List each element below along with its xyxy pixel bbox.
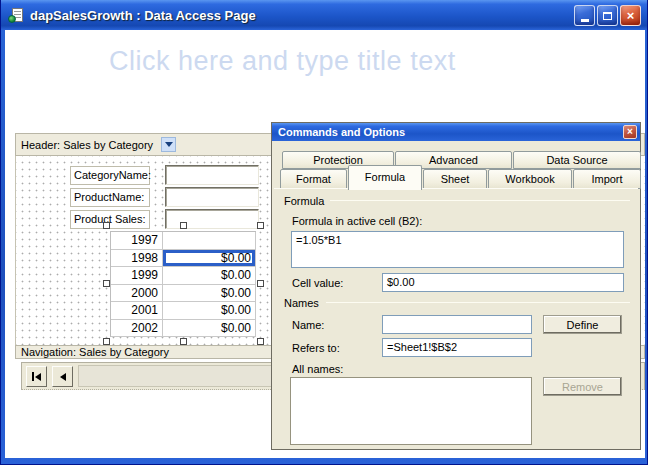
close-button[interactable]: × — [620, 5, 641, 26]
grid-cell-value[interactable] — [163, 232, 256, 250]
minimize-button[interactable] — [574, 5, 595, 26]
page-design-surface: Click here and type title text Header: S… — [5, 30, 645, 458]
names-group-label: Names — [284, 297, 319, 309]
grid-cell-value[interactable]: $0.00 — [163, 267, 256, 285]
tab-formula[interactable]: Formula — [348, 165, 422, 190]
maximize-button[interactable] — [597, 5, 618, 26]
tab-workbook[interactable]: Workbook — [488, 169, 572, 189]
remove-button[interactable]: Remove — [543, 377, 622, 396]
page-title-placeholder[interactable]: Click here and type title text — [109, 46, 456, 77]
grid-cell-year[interactable]: 2000 — [111, 285, 163, 303]
categoryname-input[interactable] — [165, 165, 259, 185]
formula-group-rule — [330, 200, 630, 201]
dialog-titlebar[interactable]: Commands and Options — [272, 123, 640, 141]
tab-sheet[interactable]: Sheet — [423, 169, 487, 189]
names-group-rule — [326, 302, 630, 303]
formula-group-label: Formula — [284, 195, 324, 207]
grid-cell-year[interactable]: 1997 — [111, 232, 163, 250]
previous-record-icon — [60, 373, 66, 381]
data-access-page-icon — [8, 7, 24, 23]
window-titlebar[interactable]: dapSalesGrowth : Data Access Page × — [1, 0, 648, 30]
tab-import[interactable]: Import — [573, 169, 641, 189]
selection-handle[interactable] — [257, 280, 264, 287]
tab-data-source[interactable]: Data Source — [513, 151, 641, 169]
selection-handle[interactable] — [103, 338, 110, 345]
cell-value-input[interactable]: $0.00 — [382, 273, 624, 292]
productsales-label[interactable]: Product Sales: — [70, 210, 150, 229]
selection-handle[interactable] — [180, 222, 187, 229]
chevron-down-icon — [165, 142, 173, 147]
header-section-label: Header: Sales by Category — [21, 139, 153, 151]
name-input[interactable] — [382, 315, 532, 334]
name-label: Name: — [292, 319, 324, 331]
grid-cell-value[interactable]: $0.00 — [163, 285, 256, 303]
section-dropdown-button[interactable] — [161, 137, 176, 152]
dialog-close-button[interactable]: × — [623, 125, 637, 139]
grid-cell-value[interactable]: $0.00 — [163, 320, 256, 338]
grid-cell-year[interactable]: 2002 — [111, 320, 163, 338]
first-record-button[interactable] — [26, 366, 47, 387]
all-names-listbox[interactable] — [290, 377, 532, 445]
selection-handle[interactable] — [257, 222, 264, 229]
selection-handle[interactable] — [257, 338, 264, 345]
refers-to-input[interactable]: =Sheet1!$B$2 — [382, 338, 532, 357]
grid-cell-year[interactable]: 2001 — [111, 302, 163, 320]
previous-record-button[interactable] — [52, 366, 73, 387]
formula-input[interactable]: =1.05*B1 — [291, 231, 624, 268]
selection-handle[interactable] — [103, 280, 110, 287]
window-title: dapSalesGrowth : Data Access Page — [30, 8, 256, 23]
productname-input[interactable] — [165, 187, 259, 207]
refers-to-label: Refers to: — [292, 342, 340, 354]
selection-handle[interactable] — [180, 338, 187, 345]
productname-label[interactable]: ProductName: — [70, 188, 150, 207]
grid-cell-value[interactable]: $0.00 — [163, 302, 256, 320]
all-names-label: All names: — [292, 363, 343, 375]
cell-value-label: Cell value: — [292, 277, 343, 289]
spreadsheet-grid: 1997 1998 $0.00 1999 $0.00 2000 $0.00 20… — [110, 231, 256, 337]
grid-active-cell[interactable]: $0.00 — [163, 250, 256, 268]
grid-cell-year[interactable]: 1998 — [111, 250, 163, 268]
first-record-icon — [32, 372, 34, 381]
tab-format[interactable]: Format — [280, 169, 347, 189]
define-button[interactable]: Define — [543, 315, 622, 334]
formula-in-cell-label: Formula in active cell (B2): — [292, 215, 422, 227]
selection-handle[interactable] — [103, 222, 110, 229]
categoryname-label[interactable]: CategoryName: — [70, 166, 150, 185]
commands-and-options-dialog: Commands and Options × Protection Advanc… — [271, 122, 641, 450]
grid-cell-year[interactable]: 1999 — [111, 267, 163, 285]
access-window: dapSalesGrowth : Data Access Page × Clic… — [0, 0, 648, 465]
